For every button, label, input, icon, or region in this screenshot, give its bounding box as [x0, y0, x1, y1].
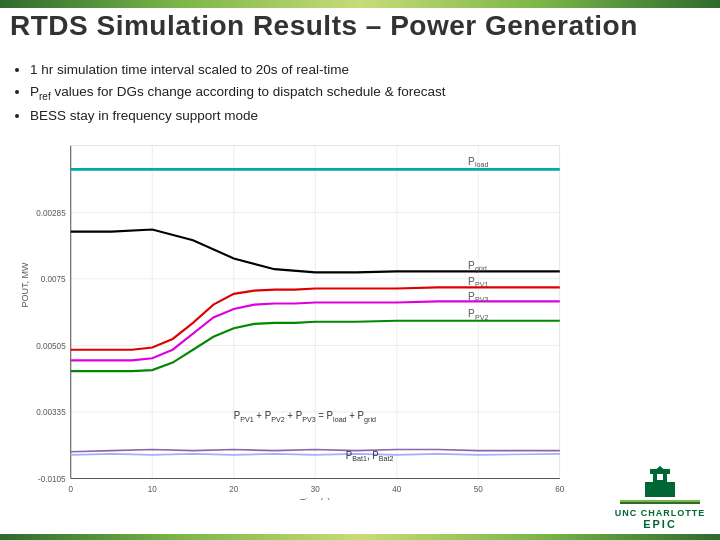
svg-text:Time(s): Time(s): [300, 496, 331, 500]
unc-logo-icon: [620, 464, 700, 504]
svg-rect-35: [667, 474, 672, 482]
svg-text:0.00505: 0.00505: [36, 340, 66, 350]
svg-rect-39: [620, 502, 700, 504]
bottom-bar: [0, 534, 720, 540]
svg-rect-34: [648, 474, 653, 482]
svg-text:10: 10: [148, 484, 157, 494]
chart-container: 0.00285 0.0075 0.00505 0.00335 -0.0105 0…: [30, 135, 570, 500]
university-name: UNC CHARLOTTE: [610, 508, 710, 518]
svg-rect-38: [620, 500, 700, 502]
svg-text:50: 50: [474, 484, 483, 494]
svg-text:40: 40: [392, 484, 401, 494]
svg-text:0: 0: [68, 484, 73, 494]
logo-area: UNC CHARLOTTE EPIC: [610, 464, 710, 530]
svg-text:60: 60: [555, 484, 564, 494]
lab-name: EPIC: [610, 518, 710, 530]
top-bar: [0, 0, 720, 8]
svg-rect-33: [645, 482, 675, 497]
bullet-1: 1 hr simulation time interval scaled to …: [30, 60, 710, 80]
svg-text:20: 20: [229, 484, 238, 494]
svg-rect-36: [657, 474, 663, 480]
svg-text:30: 30: [311, 484, 320, 494]
bullet-2: Pref values for DGs change according to …: [30, 82, 710, 104]
chart-svg: 0.00285 0.0075 0.00505 0.00335 -0.0105 0…: [30, 135, 570, 500]
svg-text:0.00335: 0.00335: [36, 407, 66, 417]
y-axis-label: POUT, MW: [20, 263, 30, 308]
svg-text:-0.0105: -0.0105: [38, 474, 66, 484]
svg-text:0.0075: 0.0075: [41, 274, 66, 284]
svg-text:0.00285: 0.00285: [36, 207, 66, 217]
page-title: RTDS Simulation Results – Power Generati…: [10, 10, 710, 42]
bullet-list: 1 hr simulation time interval scaled to …: [10, 60, 710, 128]
bullet-3: BESS stay in frequency support mode: [30, 106, 710, 126]
